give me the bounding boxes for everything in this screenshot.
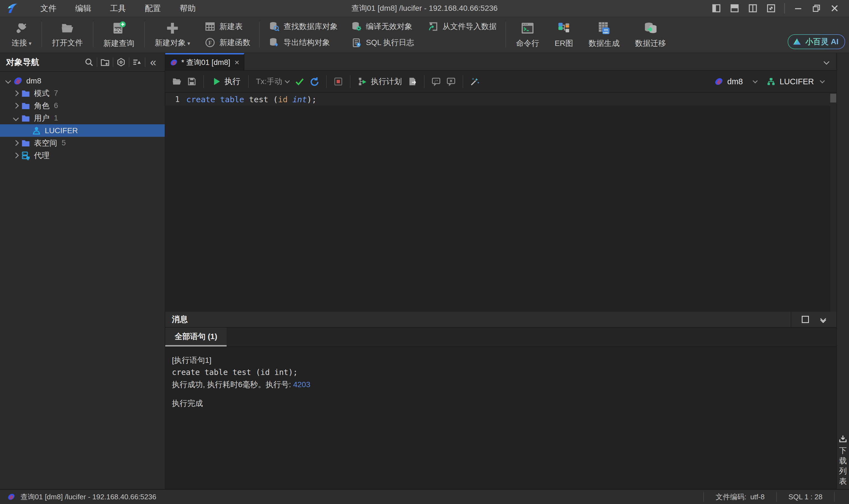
file-encoding-label: 文件编码:	[716, 492, 746, 502]
tree-item-count: 6	[54, 102, 58, 110]
connection-select[interactable]: dm8	[714, 77, 757, 86]
editor-toolbar: 执行 Tx:手动	[165, 71, 836, 93]
tree-item-schemas[interactable]: 模式 7	[0, 87, 165, 100]
exec-done-line: 执行完成	[172, 397, 836, 410]
format-magic-icon[interactable]	[468, 75, 482, 88]
data-generate-button[interactable]: 101ABC 数据生成	[581, 16, 627, 53]
table-icon	[204, 21, 216, 32]
chevron-right-icon[interactable]	[13, 140, 19, 146]
connection-label: dm8	[727, 77, 743, 86]
sql-editor[interactable]: 1 create table test (id int);	[165, 93, 836, 312]
search-icon[interactable]	[84, 57, 94, 68]
connect-button[interactable]: 连接▾	[4, 16, 39, 53]
restore-button[interactable]	[811, 3, 821, 13]
layout-split-icon[interactable]	[748, 3, 758, 13]
tree-item-users[interactable]: 用户 1	[0, 112, 165, 124]
collapse-panel-double-chevron-icon[interactable]	[821, 317, 825, 322]
toolbar-divider	[93, 22, 93, 47]
explain-plan-button[interactable]: 执行计划	[356, 76, 404, 87]
transaction-mode-select[interactable]: Tx:手动	[254, 76, 291, 87]
run-button[interactable]: 执行	[209, 76, 243, 87]
command-line-button[interactable]: 命令行	[508, 16, 547, 53]
chevron-right-icon[interactable]	[13, 103, 19, 109]
chevron-right-icon[interactable]	[13, 90, 19, 96]
window-controls-divider	[784, 3, 785, 14]
close-button[interactable]	[830, 3, 839, 13]
layout-expand-icon[interactable]	[766, 3, 776, 13]
menu-config[interactable]: 配置	[136, 0, 170, 17]
tab-close-icon[interactable]: ×	[234, 58, 239, 67]
exec-number-link[interactable]: 4203	[293, 380, 310, 389]
sidebar-tools-divider	[129, 57, 129, 67]
schema-icon	[766, 77, 776, 86]
tree-item-agent[interactable]: 代理	[0, 149, 165, 162]
svg-text:/*: /*	[434, 79, 438, 83]
compile-invalid-objects-button[interactable]: 编译无效对象	[351, 20, 414, 33]
save-icon[interactable]	[185, 75, 198, 88]
all-statements-tab[interactable]: 全部语句 (1)	[165, 328, 227, 346]
menu-tools[interactable]: 工具	[101, 0, 136, 17]
tree-item-tablespaces[interactable]: 表空间 5	[0, 137, 165, 149]
open-file-button[interactable]: 打开文件	[44, 16, 91, 53]
comment-block-icon[interactable]: /*	[430, 75, 443, 88]
maximize-panel-icon[interactable]	[802, 316, 809, 323]
new-folder-icon[interactable]	[100, 57, 111, 68]
menu-file[interactable]: 文件	[31, 0, 66, 17]
new-function-button[interactable]: F 新建函数	[204, 36, 250, 49]
find-db-objects-button[interactable]: 查找数据库对象	[269, 20, 338, 33]
menu-edit[interactable]: 编辑	[66, 0, 101, 17]
layout-top-panel-icon[interactable]	[729, 3, 740, 13]
er-diagram-button[interactable]: ER图	[547, 16, 581, 53]
settings-hexagon-icon[interactable]	[115, 57, 127, 68]
data-migrate-button[interactable]: 数据迁移	[627, 16, 674, 53]
scrollbar-thumb[interactable]	[830, 94, 836, 103]
export-struct-objects-label: 导出结构对象	[284, 37, 330, 48]
data-generate-label: 数据生成	[589, 38, 620, 49]
new-object-button[interactable]: 新建对象▾	[147, 16, 198, 53]
menu-help[interactable]: 帮助	[170, 0, 205, 17]
messages-panel: 消息 全部语句 (1) [执行语句1] create table test (i…	[165, 312, 836, 489]
collapse-panel-icon[interactable]: «	[148, 57, 159, 68]
tab-list-dropdown[interactable]	[825, 53, 836, 70]
dm-database-icon	[170, 58, 178, 67]
rollback-icon[interactable]	[308, 75, 321, 88]
messages-title: 消息	[172, 314, 188, 325]
open-icon[interactable]	[170, 75, 183, 88]
tree-item-dm8[interactable]: dm8	[0, 75, 165, 87]
export-script-icon[interactable]	[406, 75, 419, 88]
ai-assistant-button[interactable]: 小百灵 AI	[788, 34, 845, 49]
command-line-label: 命令行	[516, 38, 539, 49]
new-table-button[interactable]: 新建表	[204, 20, 250, 33]
editor-vertical-scrollbar[interactable]	[830, 93, 836, 312]
commit-icon[interactable]	[293, 75, 306, 88]
sort-filter-icon[interactable]	[131, 57, 143, 68]
query-tab[interactable]: * 查询01 [dm8] ×	[165, 53, 244, 70]
find-db-objects-label: 查找数据库对象	[284, 21, 338, 32]
export-struct-objects-button[interactable]: 导出结构对象	[269, 36, 338, 49]
uncomment-icon[interactable]	[445, 75, 458, 88]
schema-select[interactable]: LUCIFER	[766, 77, 824, 86]
download-list-tab[interactable]: 下载列表	[838, 434, 848, 486]
layout-left-panel-icon[interactable]	[711, 3, 721, 13]
data-generate-icon: 101ABC	[596, 20, 612, 36]
stop-icon[interactable]	[332, 75, 345, 88]
dm-database-icon	[7, 493, 16, 501]
chevron-right-icon[interactable]	[13, 152, 19, 158]
editor-context-selectors: dm8 LUCIFER	[714, 77, 832, 86]
tree-item-roles[interactable]: 角色 6	[0, 100, 165, 112]
new-function-label: 新建函数	[219, 37, 250, 48]
sql-exec-log-button[interactable]: SQL 执行日志	[351, 36, 414, 49]
new-query-button[interactable]: SQL 新建查询	[96, 16, 142, 53]
chevron-down-icon[interactable]	[13, 115, 19, 121]
ai-bird-icon	[792, 37, 802, 47]
explain-plan-label: 执行计划	[371, 76, 402, 87]
import-data-from-file-button[interactable]: 从文件导入数据	[428, 20, 496, 33]
tree-item-count: 7	[54, 89, 58, 97]
code-text: create table test (id int);	[186, 95, 317, 104]
chevron-down-icon[interactable]	[5, 78, 11, 84]
folder-icon	[20, 139, 31, 148]
connect-caret-icon: ▾	[29, 40, 32, 47]
run-label: 执行	[224, 76, 240, 87]
tree-item-lucifer[interactable]: LUCIFER	[0, 124, 165, 137]
minimize-button[interactable]	[793, 3, 803, 13]
